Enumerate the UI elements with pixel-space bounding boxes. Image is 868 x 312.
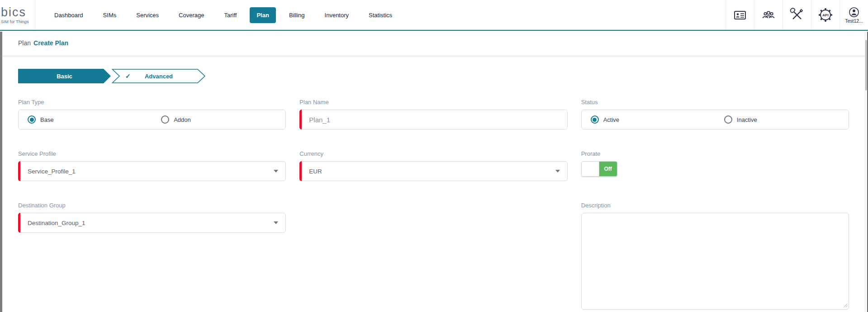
tab-advanced-label: Advanced [112,69,206,83]
radio-addon-unselected[interactable] [161,115,169,124]
field-plan-type: Plan Type Base Addon [18,99,286,130]
breadcrumb: Plan Create Plan [0,31,868,57]
brand-logo-subtext: SIM for Things [1,19,35,24]
tools-button[interactable] [783,0,811,30]
plan-type-radio-group: Base Addon [18,110,286,130]
service-profile-value: Service_Profile_1 [19,168,76,175]
required-indicator [18,161,20,181]
tab-advanced[interactable]: ✓ Advanced [112,69,206,83]
description-label: Description [581,202,849,209]
left-edge-strip [0,32,2,312]
field-destination-group: Destination Group Destination_Group_1 [18,202,286,312]
service-profile-label: Service Profile [18,150,286,157]
plan-name-input[interactable] [300,110,567,129]
required-indicator [299,110,302,130]
plan-name-label: Plan Name [299,99,567,106]
currency-select[interactable]: EUR [299,161,567,181]
radio-active-label: Active [603,116,619,123]
prorate-label: Prorate [581,150,849,157]
breadcrumb-current-page: Create Plan [33,39,68,47]
user-menu-button[interactable]: Test12... [840,0,868,30]
tab-basic[interactable]: Basic [18,69,111,83]
field-currency: Currency EUR [299,150,567,181]
required-indicator [299,161,302,181]
api-settings-button[interactable]: API [811,0,840,30]
resize-handle-icon[interactable] [843,301,848,309]
user-avatar-icon [848,6,860,18]
contact-card-icon [733,8,747,22]
radio-option-base[interactable]: Base [19,115,152,124]
wizard-tabs: Basic ✓ Advanced [18,69,849,83]
nav-item-billing[interactable]: Billing [279,6,315,24]
nav-item-services[interactable]: Services [126,6,169,24]
plan-name-control [299,110,567,130]
prorate-toggle-state: Off [599,162,617,176]
field-status: Status Active Inactive [581,99,849,130]
chevron-down-icon [274,221,278,224]
user-name-label: Test12... [845,18,863,24]
service-profile-select[interactable]: Service_Profile_1 [18,161,286,181]
radio-base-label: Base [40,116,54,123]
radio-inactive-label: Inactive [737,116,757,123]
brand-logo[interactable]: bics SIM for Things [0,0,35,30]
users-group-button[interactable] [754,0,783,30]
radio-addon-label: Addon [174,116,191,123]
field-service-profile: Service Profile Service_Profile_1 [18,150,286,181]
nav-item-sims[interactable]: SIMs [93,6,127,24]
destination-group-select[interactable]: Destination_Group_1 [18,213,286,233]
required-indicator [18,213,20,233]
users-group-icon [761,8,776,22]
breadcrumb-section-plan[interactable]: Plan [18,39,31,47]
nav-item-statistics[interactable]: Statistics [359,6,402,24]
nav-item-plan[interactable]: Plan [250,7,275,23]
vertical-scrollbar[interactable] [865,32,868,312]
svg-text:API: API [822,13,828,17]
destination-group-label: Destination Group [18,202,286,209]
field-description: Description [581,202,849,312]
status-radio-group: Active Inactive [581,110,849,130]
currency-value: EUR [300,168,322,175]
create-plan-form: Basic ✓ Advanced Plan Type Base Addon [0,57,868,312]
destination-group-value: Destination_Group_1 [19,220,85,226]
description-textarea[interactable] [581,213,849,310]
nav-item-dashboard[interactable]: Dashboard [44,6,93,24]
top-navbar: bics SIM for Things Dashboard SIMs Servi… [0,0,868,31]
chevron-down-icon [555,170,560,173]
field-prorate: Prorate Off [581,150,849,181]
field-plan-name: Plan Name [299,99,567,130]
api-gear-icon: API [818,7,833,23]
contact-card-button[interactable] [726,0,754,30]
prorate-toggle-handle[interactable] [582,162,599,176]
nav-item-tariff[interactable]: Tariff [214,6,247,24]
nav-item-coverage[interactable]: Coverage [169,6,214,24]
chevron-down-icon [274,170,278,173]
main-nav: Dashboard SIMs Services Coverage Tariff … [44,6,402,24]
radio-inactive-unselected[interactable] [724,115,732,124]
radio-option-active[interactable]: Active [582,115,715,124]
prorate-toggle[interactable]: Off [581,161,617,177]
radio-active-selected[interactable] [591,115,599,124]
form-grid: Plan Type Base Addon Plan Name Status [18,99,849,312]
currency-label: Currency [299,150,567,157]
radio-option-inactive[interactable]: Inactive [715,115,849,124]
brand-logo-text: bics [1,6,35,19]
tools-icon [790,8,804,22]
nav-item-inventory[interactable]: Inventory [315,6,359,24]
radio-base-selected[interactable] [28,115,36,124]
status-label: Status [581,99,849,106]
plan-type-label: Plan Type [18,99,286,106]
header-actions: API Test12... [726,0,868,30]
radio-option-addon[interactable]: Addon [152,115,285,124]
